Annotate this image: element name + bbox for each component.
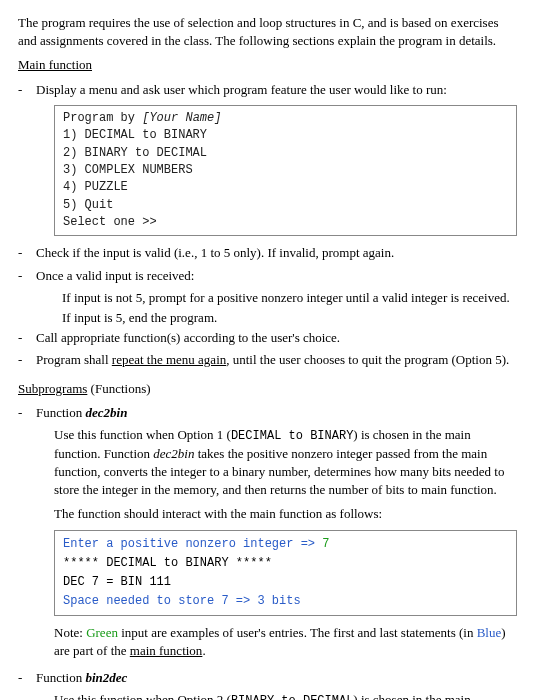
int-l1b: 7 [322, 537, 329, 551]
b5b: repeat the menu again [112, 352, 226, 367]
menu-line-5: 4) PUZZLE [63, 180, 128, 194]
bullet-dash: - [18, 329, 36, 347]
b5a: Program shall [36, 352, 112, 367]
main-bullet-1: - Display a menu and ask user which prog… [18, 81, 517, 99]
d2b-title-b: dec2bin [85, 405, 127, 420]
bullet-dash: - [18, 669, 36, 687]
bin2dec-p1: Use this function when Option 2 (BINARY … [54, 691, 517, 700]
bullet-dash: - [18, 267, 36, 285]
b2d-p1a: Use this function when Option 2 ( [54, 692, 231, 700]
bullet-content: Program shall repeat the menu again, unt… [36, 351, 517, 369]
note-f: main function [130, 643, 203, 658]
bullet-content: Function dec2bin [36, 404, 517, 422]
int-l1a: Enter a positive nonzero integer => [63, 537, 322, 551]
int-l4a: Space needed to store 7 => [63, 594, 257, 608]
note-b: Green [86, 625, 118, 640]
b2d-p1b: BINARY to DECIMAL [231, 694, 353, 700]
bullet-dash: - [18, 81, 36, 99]
menu-line-1a: Program by [63, 111, 142, 125]
bin2dec-bullet: - Function bin2dec [18, 669, 517, 687]
main-bullet-2: - Check if the input is valid (i.e., 1 t… [18, 244, 517, 262]
dec2bin-bullet: - Function dec2bin [18, 404, 517, 422]
bullet-dash: - [18, 351, 36, 369]
dec2bin-p2: The function should interact with the ma… [54, 505, 517, 523]
bullet-dash: - [18, 244, 36, 262]
main-bullet-3-sub: If input is not 5, prompt for a positive… [40, 289, 517, 327]
main-bullet-4: - Call appropriate function(s) according… [18, 329, 517, 347]
subprograms-heading: Subprograms (Functions) [18, 380, 517, 398]
menu-line-6: 5) Quit [63, 198, 113, 212]
note-g: . [202, 643, 205, 658]
bullet-dash: - [18, 404, 36, 422]
d2b-p1d: dec2bin [153, 446, 194, 461]
main-bullet-5: - Program shall repeat the menu again, u… [18, 351, 517, 369]
b5c: , until the user chooses to quit the pro… [226, 352, 509, 367]
bullet-content: Once a valid input is received: [36, 267, 517, 285]
note-d: Blue [477, 625, 502, 640]
note-a: Note: [54, 625, 86, 640]
b2d-title-b: bin2dec [85, 670, 127, 685]
dec2bin-p1: Use this function when Option 1 (DECIMAL… [54, 426, 517, 499]
main-function-heading: Main function [18, 56, 517, 74]
sub-item-b: If input is 5, end the program. [62, 309, 517, 327]
sub-item-a: If input is not 5, prompt for a positive… [62, 289, 517, 307]
note-c: input are examples of user's entries. Th… [118, 625, 477, 640]
int-l3: DEC 7 = BIN 111 [63, 575, 171, 589]
d2b-title-a: Function [36, 405, 85, 420]
menu-code-box: Program by [Your Name] 1) DECIMAL to BIN… [54, 105, 517, 237]
bullet-content: Function bin2dec [36, 669, 517, 687]
interaction-code-box: Enter a positive nonzero integer => 7 **… [54, 530, 517, 617]
menu-line-2: 1) DECIMAL to BINARY [63, 128, 207, 142]
menu-line-4: 3) COMPLEX NUMBERS [63, 163, 193, 177]
bullet-content: Display a menu and ask user which progra… [36, 81, 517, 99]
main-bullet-3: - Once a valid input is received: [18, 267, 517, 285]
d2b-p1a: Use this function when Option 1 ( [54, 427, 231, 442]
menu-line-1b: [Your Name] [142, 111, 221, 125]
int-l4b: 3 bits [257, 594, 300, 608]
d2b-p1b: DECIMAL to BINARY [231, 429, 353, 443]
bullet-content: Call appropriate function(s) according t… [36, 329, 517, 347]
intro-paragraph: The program requires the use of selectio… [18, 14, 517, 50]
b2d-title-a: Function [36, 670, 85, 685]
int-l2: ***** DECIMAL to BINARY ***** [63, 556, 272, 570]
bullet-content: Check if the input is valid (i.e., 1 to … [36, 244, 517, 262]
dec2bin-note: Note: Green input are examples of user's… [54, 624, 517, 660]
menu-line-3: 2) BINARY to DECIMAL [63, 146, 207, 160]
menu-line-7: Select one >> [63, 215, 157, 229]
